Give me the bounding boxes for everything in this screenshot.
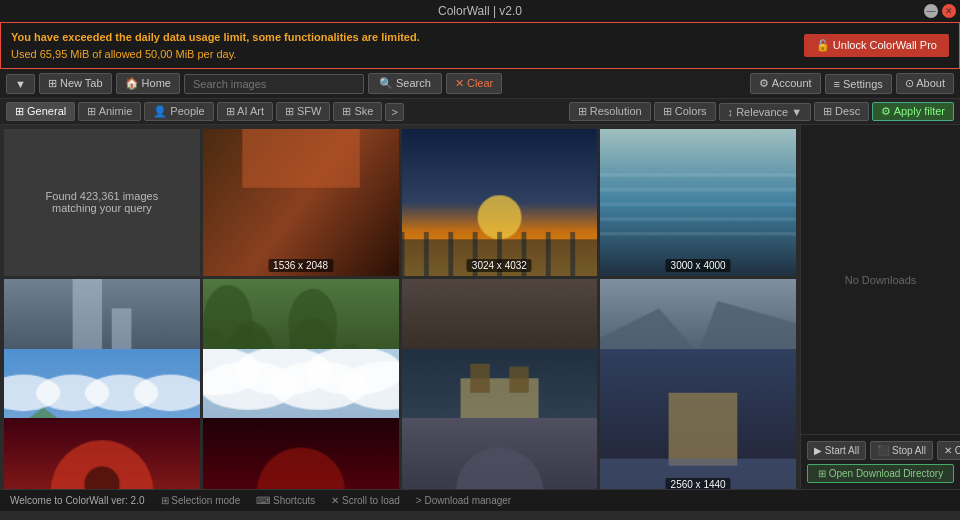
- filter-people[interactable]: 👤 People: [144, 102, 213, 121]
- main-area: Found 423,361 images matching your query…: [0, 125, 960, 489]
- dl-btn-row1: ▶ Start All ⬛ Stop All ✕ Clear All: [807, 441, 954, 460]
- filter-animie[interactable]: ⊞ Animie: [78, 102, 141, 121]
- alert-bar: You have exceeded the daily data usage l…: [0, 22, 960, 69]
- image-canvas: [402, 418, 598, 489]
- status-bar: Welcome to ColorWall ver: 2.0 ⊞ Selectio…: [0, 489, 960, 511]
- filter-sfw[interactable]: ⊞ SFW: [276, 102, 331, 121]
- clear-all-btn[interactable]: ✕ Clear All: [937, 441, 960, 460]
- filter-relevance[interactable]: ↕ Relevance ▼: [719, 103, 811, 121]
- window-controls: — ✕: [924, 4, 956, 18]
- image-canvas: [600, 349, 796, 489]
- image-canvas: [600, 129, 796, 276]
- filter-ai-art[interactable]: ⊞ AI Art: [217, 102, 273, 121]
- toolbar: ▼ ⊞ New Tab 🏠 Home 🔍 Search ✕ Clear ⚙ Ac…: [0, 69, 960, 99]
- apply-filter-btn[interactable]: ⚙ Apply filter: [872, 102, 954, 121]
- open-dir-btn[interactable]: ⊞ Open Download Directory: [807, 464, 954, 483]
- image-cell[interactable]: 2560 x 1440: [4, 418, 200, 489]
- filter-sketch[interactable]: ⊞ Ske: [333, 102, 382, 121]
- image-cell[interactable]: 3000 x 4000: [600, 129, 796, 276]
- alert-line2: Used 65,95 MiB of allowed 50,00 MiB per …: [11, 48, 236, 60]
- no-downloads-text: No Downloads: [845, 274, 917, 286]
- status-manager[interactable]: > Download manager: [416, 495, 511, 506]
- stop-all-btn[interactable]: ⬛ Stop All: [870, 441, 933, 460]
- close-btn[interactable]: ✕: [942, 4, 956, 18]
- download-controls: ▶ Start All ⬛ Stop All ✕ Clear All ⊞ Ope…: [801, 434, 960, 489]
- about-btn[interactable]: ⊙ About: [896, 73, 954, 94]
- minimize-btn[interactable]: —: [924, 4, 938, 18]
- results-text: Found 423,361 images matching your query: [46, 190, 159, 214]
- image-dimensions: 1536 x 2048: [268, 259, 333, 272]
- image-canvas: [203, 418, 399, 489]
- filter-desc[interactable]: ⊞ Desc: [814, 102, 869, 121]
- home-btn[interactable]: 🏠 Home: [116, 73, 180, 94]
- account-btn[interactable]: ⚙ Account: [750, 73, 820, 94]
- image-cell[interactable]: 3024 x 4032: [402, 129, 598, 276]
- alert-text: You have exceeded the daily data usage l…: [11, 29, 420, 62]
- alert-line1: You have exceeded the daily data usage l…: [11, 31, 420, 43]
- downloads-area: No Downloads: [801, 125, 960, 434]
- image-dimensions: 3024 x 4032: [467, 259, 532, 272]
- image-canvas: [203, 129, 399, 276]
- status-shortcuts[interactable]: ⌨ Shortcuts: [256, 495, 315, 506]
- start-all-btn[interactable]: ▶ Start All: [807, 441, 866, 460]
- image-grid: Found 423,361 images matching your query…: [0, 125, 800, 489]
- title-bar: ColorWall | v2.0 — ✕: [0, 0, 960, 22]
- image-cell[interactable]: 2560 x 1440: [402, 418, 598, 489]
- search-input[interactable]: [184, 74, 364, 94]
- more-filters-btn[interactable]: >: [385, 103, 403, 121]
- filter-bar: ⊞ General ⊞ Animie 👤 People ⊞ AI Art ⊞ S…: [0, 99, 960, 125]
- new-tab-btn[interactable]: ⊞ New Tab: [39, 73, 112, 94]
- image-cell[interactable]: 2560 x 1440: [203, 418, 399, 489]
- dropdown-arrow: ▼: [15, 78, 26, 90]
- results-info: Found 423,361 images matching your query: [4, 129, 200, 276]
- image-cell[interactable]: 2560 x 1440: [600, 349, 796, 489]
- image-cell[interactable]: 1536 x 2048: [203, 129, 399, 276]
- status-scroll[interactable]: ✕ Scroll to load: [331, 495, 400, 506]
- filter-general[interactable]: ⊞ General: [6, 102, 75, 121]
- image-canvas: [402, 129, 598, 276]
- clear-btn[interactable]: ✕ Clear: [446, 73, 502, 94]
- right-panel: No Downloads ▶ Start All ⬛ Stop All ✕ Cl…: [800, 125, 960, 489]
- status-selection[interactable]: ⊞ Selection mode: [161, 495, 241, 506]
- image-canvas: [4, 418, 200, 489]
- status-welcome: Welcome to ColorWall ver: 2.0: [10, 495, 145, 506]
- app-title: ColorWall | v2.0: [438, 4, 522, 18]
- settings-btn[interactable]: ≡ Settings: [825, 74, 892, 94]
- filter-resolution[interactable]: ⊞ Resolution: [569, 102, 651, 121]
- dropdown-btn[interactable]: ▼: [6, 74, 35, 94]
- image-dimensions: 3000 x 4000: [666, 259, 731, 272]
- image-dimensions: 2560 x 1440: [666, 478, 731, 489]
- filter-colors[interactable]: ⊞ Colors: [654, 102, 716, 121]
- search-btn[interactable]: 🔍 Search: [368, 73, 442, 94]
- unlock-btn[interactable]: 🔓 Unlock ColorWall Pro: [804, 34, 949, 57]
